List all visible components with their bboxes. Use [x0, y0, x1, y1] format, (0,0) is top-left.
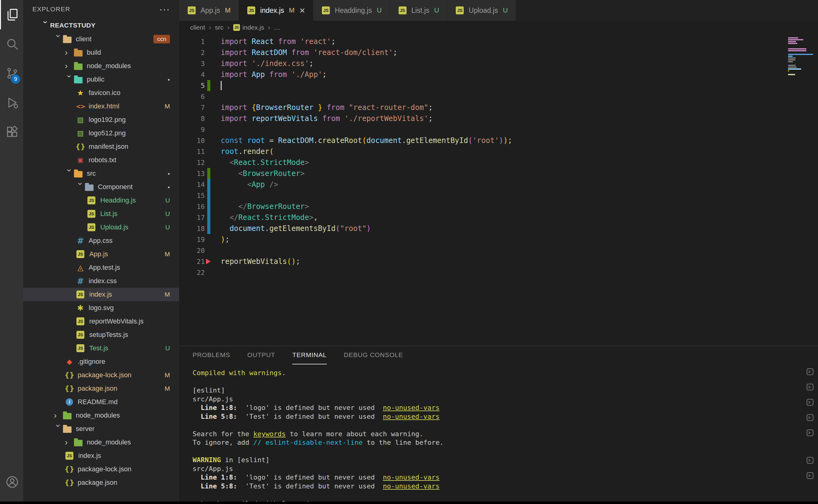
- activity-item-extensions[interactable]: [0, 117, 23, 147]
- tree-item-app-js[interactable]: JSApp.jsM: [23, 247, 179, 261]
- code-text[interactable]: document.getElementsById("root"): [221, 224, 371, 233]
- gutter-error-marker: [207, 256, 210, 267]
- code-text[interactable]: <React.StrictMode>: [221, 158, 309, 167]
- tree-item-package-json[interactable]: {}package.jsonM: [23, 382, 179, 395]
- tree-item-logo-svg[interactable]: ✱logo.svg: [23, 301, 179, 315]
- tree-item-src[interactable]: ›src●: [23, 167, 179, 180]
- tree-item-label: robots.txt: [89, 156, 116, 164]
- git-status-badge: M: [162, 371, 170, 379]
- terminal-link[interactable]: no-unused-vars: [383, 473, 440, 481]
- code-text[interactable]: import './index.css';: [221, 59, 313, 68]
- panel-tab-output[interactable]: OUTPUT: [247, 346, 275, 364]
- tab-index-js[interactable]: JSindex.jsM×: [239, 0, 313, 21]
- tree-item-list-js[interactable]: JSList.jsU: [23, 207, 179, 221]
- tree-item-package-json[interactable]: {}package.json: [23, 476, 179, 489]
- tree-item-node-modules[interactable]: ›node_modules: [23, 409, 179, 422]
- terminal-command-icon[interactable]: [806, 398, 814, 408]
- code-text[interactable]: [221, 81, 222, 90]
- scm-count-badge: 9: [11, 75, 20, 84]
- activity-item-account[interactable]: [0, 467, 23, 497]
- tree-item-index-js[interactable]: JSindex.jsM: [23, 288, 179, 301]
- terminal-text: Search for the: [193, 430, 253, 438]
- code-text[interactable]: reportWebVitals();: [221, 257, 300, 266]
- terminal-link[interactable]: keywords: [253, 430, 286, 438]
- tree-item-app-css[interactable]: #App.css: [23, 234, 179, 247]
- gutter-spacer: [207, 47, 210, 58]
- terminal-command-icon[interactable]: [806, 413, 814, 424]
- activity-item-source-control[interactable]: 9: [0, 59, 23, 88]
- tree-item-favicon-ico[interactable]: ★favicon.ico: [23, 86, 179, 100]
- tree-item-reportwebvitals-js[interactable]: JSreportWebVitals.js: [23, 315, 179, 328]
- tree-item-package-lock-json[interactable]: {}package-lock.jsonM: [23, 368, 179, 382]
- tree-item-gitignore[interactable]: ◆.gitignore: [23, 355, 179, 368]
- tab-app-js[interactable]: JSApp.jsM: [179, 0, 239, 21]
- panel-tab-problems[interactable]: PROBLEMS: [193, 346, 230, 364]
- tree-item-package-lock-json[interactable]: {}package-lock.json: [23, 462, 179, 476]
- tree-item-robots-txt[interactable]: ▣robots.txt: [23, 153, 179, 167]
- gutter-spacer: [207, 157, 210, 168]
- breadcrumb-item-index-js[interactable]: JSindex.js: [233, 24, 264, 31]
- activity-item-explorer[interactable]: [0, 0, 23, 29]
- tree-item-app-test-js[interactable]: ◬App.test.js: [23, 261, 179, 274]
- terminal-text: 'logo' is defined but never used: [237, 404, 383, 411]
- tree-item-setuptests-js[interactable]: JSsetupTests.js: [23, 328, 179, 341]
- tree-item-public[interactable]: ›public●: [23, 73, 179, 86]
- terminal-output[interactable]: Compiled with warnings. [eslint] src/App…: [179, 364, 818, 502]
- tree-item-client[interactable]: ›clientccn: [23, 32, 179, 46]
- breadcrumb-item-src[interactable]: src: [215, 24, 223, 31]
- code-text[interactable]: import React from 'react';: [221, 37, 335, 46]
- terminal-link[interactable]: no-unused-vars: [383, 482, 440, 490]
- tab-headding-js[interactable]: JSHeadding.jsU: [313, 0, 390, 21]
- tree-item-logo192-png[interactable]: ▨logo192.png: [23, 113, 179, 126]
- tree-item-index-js[interactable]: JSindex.js: [23, 449, 179, 462]
- code-line: 20: [179, 245, 818, 256]
- tab-upload-js[interactable]: JSUpload.jsU: [447, 0, 516, 21]
- tree-item-upload-js[interactable]: JSUpload.jsU: [23, 221, 179, 234]
- activity-item-search[interactable]: [0, 29, 23, 59]
- code-text[interactable]: import App from './App';: [221, 70, 327, 79]
- terminal-command-icon[interactable]: [806, 383, 814, 393]
- tree-item-component[interactable]: ›Component●: [23, 180, 179, 194]
- tree-item-build[interactable]: ›build: [23, 46, 179, 59]
- workspace-root-header[interactable]: › REACTSTUDY: [23, 18, 179, 32]
- terminal-link[interactable]: no-unused-vars: [383, 413, 440, 420]
- code-text[interactable]: root.render(: [221, 147, 273, 156]
- tree-item-headding-js[interactable]: JSHeadding.jsU: [23, 194, 179, 207]
- tree-item-server[interactable]: ›server: [23, 422, 179, 436]
- code-text[interactable]: import {BrowserRouter } from "react-rout…: [221, 103, 433, 112]
- code-text[interactable]: </React.StrictMode>,: [221, 213, 318, 222]
- terminal-text: 'logo' is defined but never used: [237, 473, 383, 481]
- code-text[interactable]: import reportWebVitals from './reportWeb…: [221, 114, 433, 123]
- tree-item-readme-md[interactable]: iREADME.md: [23, 395, 179, 409]
- tree-item-node-modules[interactable]: ›node_modules: [23, 436, 179, 449]
- minimap[interactable]: [788, 37, 815, 77]
- code-text[interactable]: import ReactDOM from 'react-dom/client';: [221, 48, 397, 57]
- terminal-command-icon[interactable]: [806, 367, 814, 378]
- code-text[interactable]: const root = ReactDOM.createRoot(documen…: [221, 136, 512, 145]
- tree-item-index-css[interactable]: #index.css: [23, 274, 179, 288]
- terminal-link[interactable]: no-unused-vars: [383, 404, 440, 411]
- tab-list-js[interactable]: JSList.jsU: [390, 0, 448, 21]
- close-icon[interactable]: ×: [299, 5, 305, 15]
- terminal-command-icon[interactable]: [806, 471, 814, 482]
- terminal-command-icon[interactable]: [806, 456, 814, 466]
- activity-item-run-debug[interactable]: [0, 88, 23, 117]
- breadcrumb-item-client[interactable]: client: [190, 24, 205, 31]
- terminal-line: Line 5:8: 'Test' is defined but never us…: [193, 412, 818, 421]
- code-text[interactable]: );: [221, 235, 229, 244]
- tree-item-index-html[interactable]: <>index.htmlM: [23, 100, 179, 113]
- tree-item-manifest-json[interactable]: {}manifest.json: [23, 140, 179, 153]
- tree-item-node-modules[interactable]: ›node_modules: [23, 59, 179, 73]
- js-file-icon: JS: [87, 196, 95, 204]
- code-text[interactable]: <BrowserRouter>: [221, 169, 305, 178]
- code-text[interactable]: </BrowserRouter>: [221, 202, 309, 211]
- panel-tab-debug-console[interactable]: DEBUG CONSOLE: [344, 346, 403, 364]
- panel-tab-terminal[interactable]: TERMINAL: [292, 346, 327, 364]
- breadcrumb-item-[interactable]: …: [274, 24, 280, 31]
- terminal-command-icon[interactable]: [806, 429, 814, 439]
- minimap-line: [788, 59, 795, 60]
- code-text[interactable]: <App />: [221, 180, 278, 189]
- tree-item-logo512-png[interactable]: ▨logo512.png: [23, 126, 179, 140]
- image-file-icon: ▨: [76, 115, 85, 124]
- tree-item-test-js[interactable]: JSTest.jsU: [23, 341, 179, 355]
